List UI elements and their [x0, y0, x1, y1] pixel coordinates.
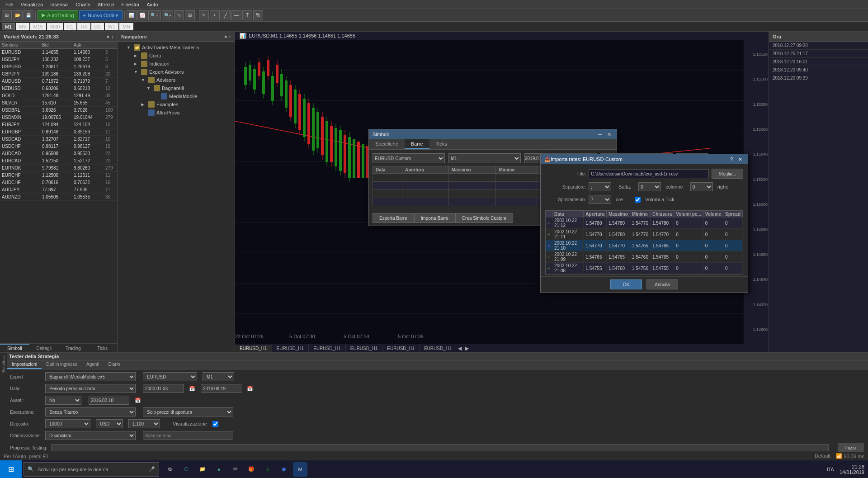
taskbar-metatrader[interactable]: M — [293, 462, 307, 477]
tf-h4[interactable]: H4 — [77, 23, 90, 30]
chart-tab-eurusd-h1-3[interactable]: EURUSD_H1 — [309, 345, 346, 352]
chart-tab-eurusd-h1-5[interactable]: EURUSD_H1 — [382, 345, 420, 352]
tab-dettagli[interactable]: Dettagli — [29, 344, 59, 352]
st-inizio-btn[interactable]: Inizio — [838, 443, 863, 452]
taskbar-taskview[interactable]: ⧉ — [163, 462, 177, 477]
list-item[interactable]: USDJPY108.232108.2375 — [0, 56, 117, 63]
menu-attrezzi[interactable]: Attrezzi — [94, 1, 118, 8]
list-item[interactable]: AUDNZD1.055051.0553530 — [0, 194, 117, 201]
tf-w1[interactable]: W1 — [105, 23, 119, 30]
st-esecuzione-select[interactable]: Senza Ritardo — [45, 407, 136, 416]
tf-m5[interactable]: M5 — [16, 23, 29, 30]
taskbar-explorer[interactable]: 📁 — [195, 462, 210, 477]
tab-ticks[interactable]: Ticks — [429, 139, 453, 149]
import-spost-select[interactable]: 7 — [589, 195, 611, 204]
toolbar-chart-line[interactable]: 📈 — [137, 10, 147, 20]
tab-simboli[interactable]: Simboli — [0, 344, 29, 352]
list-item[interactable]: SILVER15.61015.65545 — [0, 99, 117, 107]
chart-tab-eurusd-h1-4[interactable]: EURUSD_H1 — [346, 345, 383, 352]
tf-h1[interactable]: H1 — [64, 23, 76, 30]
taskbar-chrome[interactable]: ● — [212, 462, 226, 477]
toolbar-zoom-in[interactable]: 🔍+ — [148, 10, 161, 20]
chart-tab-nav-right[interactable]: ▶ — [463, 345, 471, 352]
simboli-esporta-btn[interactable]: Esporta Barre — [373, 213, 414, 223]
simboli-minimize[interactable]: ─ — [596, 132, 604, 137]
menu-file[interactable]: File — [2, 1, 17, 8]
tf-mn[interactable]: MN — [119, 23, 133, 30]
import-sfoglia-btn[interactable]: Sfoglia... — [712, 169, 743, 179]
chart-tab-eurusd-h1-6[interactable]: EURUSD_H1 — [420, 345, 457, 352]
list-item[interactable]: AUDJPY77.89777.90811 — [0, 186, 117, 194]
tree-indicatori[interactable]: ▶ Indicatori — [119, 60, 233, 68]
st-viz-check[interactable] — [212, 421, 218, 427]
st-data-select[interactable]: Periodo personalizzato — [45, 384, 136, 393]
table-row[interactable]: + 2002.10.22 21:12 1.54780 1.54780 1.547… — [546, 218, 743, 229]
toolbar-grid[interactable]: ⊞ — [185, 10, 195, 20]
tab-diario[interactable]: Diario — [104, 360, 124, 369]
taskbar-mail[interactable]: ✉ — [228, 462, 242, 477]
list-item[interactable]: USDBRL3.69263.7026100 — [0, 107, 117, 114]
menu-visualizza[interactable]: Visualizza — [17, 1, 47, 8]
st-date-from-input[interactable] — [143, 384, 184, 393]
chart-tab-eurusd-h1[interactable]: EURUSD_H1 — [235, 345, 272, 352]
import-close[interactable]: ✕ — [736, 156, 744, 162]
toolbar-crosshair[interactable]: + — [210, 10, 220, 20]
tab-specifiche[interactable]: Specifiche — [369, 139, 405, 149]
import-annulla-btn[interactable]: Annulla — [646, 279, 678, 289]
menu-finestra[interactable]: Finestra — [118, 1, 143, 8]
toolbar-percent[interactable]: % — [253, 10, 263, 20]
list-item[interactable]: EURCHF1.125001.1251111 — [0, 172, 117, 179]
table-row[interactable]: + 2002.10.22 21:11 1.54770 1.54780 1.547… — [546, 229, 743, 240]
import-righe-select[interactable]: 0 — [690, 182, 713, 191]
tree-expert-advisors[interactable]: ▼ Expert Advisors — [119, 68, 233, 76]
side-tab-botattrezi[interactable]: Botattrezi — [0, 353, 7, 375]
toolbar-zoom-out[interactable]: 🔍- — [162, 10, 173, 20]
tf-m30[interactable]: M30 — [47, 23, 63, 30]
st-balance-input[interactable] — [143, 431, 233, 440]
chart-tab-eurusd-h1-2[interactable]: EURUSD_H1 — [272, 345, 309, 352]
list-item[interactable]: USDCAD1.327071.3271710 — [0, 136, 117, 143]
st-date-to-input[interactable] — [201, 384, 241, 393]
table-row[interactable]: ● 2002.10.22 21:10 1.54770 1.54770 1.547… — [546, 240, 743, 251]
tree-mediamobile[interactable]: MediaMobile — [119, 92, 233, 100]
toolbar-line[interactable]: ╱ — [221, 10, 231, 20]
list-item[interactable]: GBPUSD1.286111.286198 — [0, 63, 117, 71]
simboli-tf-select[interactable]: M1 — [448, 153, 521, 163]
taskbar-browser2[interactable]: ◉ — [277, 462, 291, 477]
tree-bagnarelli[interactable]: ▼ Bagnarelli — [119, 84, 233, 92]
simboli-close[interactable]: ✕ — [605, 132, 613, 137]
tree-advisors[interactable]: ▼ Advisors — [119, 76, 233, 84]
table-row[interactable]: + 2002.10.22 21:09 1.54765 1.54765 1.547… — [546, 251, 743, 263]
tf-d1[interactable]: D1 — [91, 23, 104, 30]
list-item[interactable]: AUDCAD0.955080.9553022 — [0, 150, 117, 157]
st-symbol-select[interactable]: EURUSD — [143, 372, 197, 381]
list-item[interactable]: USDCHF0.981170.9812710 — [0, 143, 117, 150]
list-item[interactable]: EURGBP0.891480.8915911 — [0, 128, 117, 136]
list-item[interactable]: EURJPY124.094124.10410 — [0, 121, 117, 128]
list-item[interactable]: GOLD1291.491291.4935 — [0, 92, 117, 99]
menu-aiuto[interactable]: Aiuto — [143, 1, 161, 8]
taskbar-spotify[interactable]: ♫ — [260, 462, 275, 477]
list-item[interactable]: EURCAD1.521501.5217222 — [0, 157, 117, 165]
taskbar-edge[interactable]: ⬡ — [179, 462, 193, 477]
toolbar-chart-bar[interactable]: 📊 — [127, 10, 137, 20]
list-item[interactable]: AUDUSD0.719720.719797 — [0, 78, 117, 85]
table-row[interactable]: + 2002.10.22 21:08 1.54755 1.54760 1.547… — [546, 263, 743, 274]
toolbar-text[interactable]: T — [242, 10, 252, 20]
list-item[interactable]: GBPJPY139.188139.20820 — [0, 71, 117, 78]
toolbar-cursor[interactable]: ↖ — [199, 10, 209, 20]
list-item[interactable]: EURNOK9.799819.80260279 — [0, 165, 117, 172]
st-ottimizzazione-select[interactable]: Disabilitato — [45, 431, 136, 440]
autotrade-btn[interactable]: ▶ AutoTrading — [38, 10, 78, 20]
simboli-importa-btn[interactable]: Importa Barre — [414, 213, 455, 223]
taskbar-gift[interactable]: 🎁 — [244, 462, 259, 477]
table-row[interactable]: ● 2002.10.22 21:07 1.54780 1.54785 1.547… — [546, 274, 743, 274]
toolbar-open[interactable]: 📂 — [13, 10, 23, 20]
list-item[interactable]: EURUSD1.146551.146605 — [0, 49, 117, 56]
tree-examples[interactable]: ▶ Examples — [119, 100, 233, 109]
import-volumi-check[interactable] — [635, 197, 641, 203]
st-leverage-select[interactable]: 1:100 — [128, 419, 160, 428]
tree-altraprova[interactable]: AltraProva — [119, 109, 233, 117]
toolbar-hline[interactable]: — — [231, 10, 241, 20]
import-sep-select[interactable]: ; — [589, 182, 611, 191]
